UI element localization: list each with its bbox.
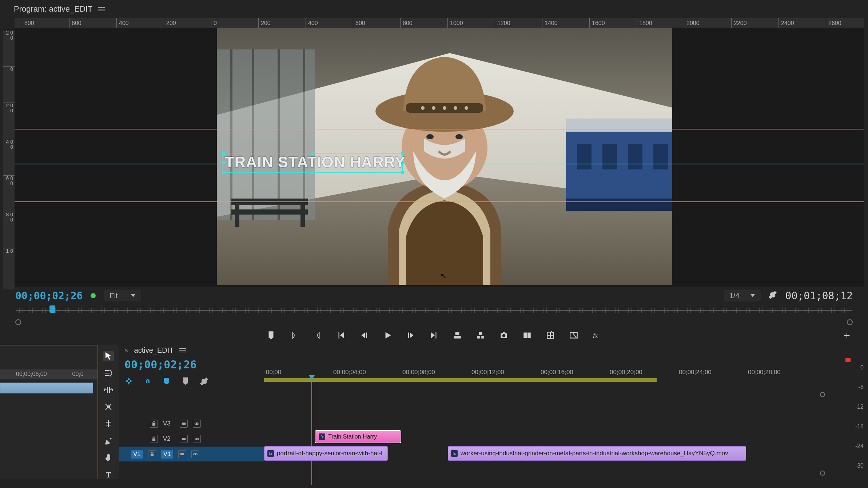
ruler-tick: 800	[400, 18, 413, 28]
rate-stretch-tool[interactable]	[103, 402, 114, 412]
program-zoom-scrollbar[interactable]	[16, 318, 852, 324]
track-label[interactable]: V1	[161, 450, 173, 459]
ruler-tick: 800	[22, 18, 34, 28]
overlay-title-text[interactable]: TRAIN STATION HARRY	[225, 153, 406, 171]
export-frame-button[interactable]	[498, 330, 509, 341]
ruler-tick: 2600	[826, 18, 841, 28]
extract-button[interactable]	[475, 330, 486, 341]
track-lock-toggle[interactable]	[150, 420, 158, 428]
track-header[interactable]: V3	[119, 416, 264, 431]
insert-button[interactable]	[522, 330, 533, 341]
step-forward-button[interactable]	[405, 330, 416, 341]
timeline-timecode[interactable]: 00;00;02;26	[124, 358, 197, 371]
sync-lock-toggle[interactable]	[180, 420, 188, 428]
svg-rect-32	[107, 405, 110, 408]
comparison-view-button[interactable]	[568, 330, 579, 341]
panel-menu-icon[interactable]	[98, 7, 105, 11]
source-patch[interactable]: V1	[131, 450, 143, 459]
source-ruler[interactable]: 00;00;06;00 00;0	[0, 369, 97, 379]
track-lock-toggle[interactable]	[150, 435, 158, 443]
button-editor-add-icon[interactable]: ＋	[842, 328, 852, 342]
snap-toggle[interactable]	[124, 377, 134, 386]
scrub-playhead[interactable]	[49, 305, 55, 313]
panel-menu-icon[interactable]	[179, 348, 186, 352]
ruler-tick: 1000	[447, 18, 463, 28]
lift-button[interactable]	[452, 330, 463, 341]
guide-line[interactable]	[15, 129, 864, 129]
timeline-settings-icon[interactable]	[200, 377, 210, 386]
timeline-marker-icon[interactable]	[181, 377, 191, 386]
svg-rect-17	[231, 209, 308, 215]
v-scroll-handle[interactable]	[820, 471, 825, 476]
timeline-playhead[interactable]	[311, 376, 312, 485]
title-clip[interactable]: fxTrain Station Harry	[315, 431, 401, 443]
vertical-ruler[interactable]: 2 0 002 0 04 0 06 0 08 0 01 0	[3, 30, 15, 289]
horizontal-ruler[interactable]: 8006004002000200400600800100012001400160…	[15, 18, 864, 28]
mark-out-button[interactable]	[312, 330, 323, 341]
settings-wrench-icon[interactable]	[769, 290, 777, 301]
close-icon[interactable]: ×	[124, 347, 128, 354]
fx-button[interactable]: fx	[592, 330, 602, 341]
ruler-tick: 2000	[684, 18, 700, 28]
ruler-tick: 2 0 0	[3, 103, 15, 113]
fx-badge-icon: fx	[267, 450, 274, 457]
track-lock-toggle[interactable]	[148, 450, 156, 458]
svg-point-36	[196, 438, 198, 440]
zoom-fit-select[interactable]: Fit	[104, 290, 141, 301]
timeline-ruler[interactable]: ;00;0000;00;04;0000;00;08;0000;00;12;000…	[264, 369, 817, 391]
playback-resolution-select[interactable]: 1/4	[724, 290, 761, 301]
video-clip[interactable]: fxportrait-of-happy-senior-man-with-hat-…	[264, 446, 388, 461]
track-header[interactable]: V2	[119, 431, 264, 446]
program-status-bar: 00;00;02;26 Fit 1/4 00;01;08;12	[0, 287, 868, 305]
sync-lock-toggle[interactable]	[178, 450, 186, 458]
svg-rect-37	[180, 453, 184, 455]
sync-lock-toggle[interactable]	[180, 435, 188, 443]
play-button[interactable]	[382, 330, 393, 341]
ruler-tick: 1 0	[3, 248, 15, 253]
goto-out-button[interactable]	[429, 330, 439, 341]
add-marker-toggle[interactable]	[162, 377, 172, 386]
clip-name: portrait-of-happy-senior-man-with-hat-l	[277, 450, 382, 457]
hand-tool[interactable]	[103, 453, 114, 463]
mark-in-button[interactable]	[289, 330, 300, 341]
ruler-tick: 1800	[637, 18, 652, 28]
guide-line[interactable]	[15, 201, 864, 202]
video-clip[interactable]: fxworker-using-industrial-grinder-on-met…	[448, 446, 746, 461]
track-header[interactable]: V1V1	[119, 446, 264, 461]
program-panel-header: Program: active_EDIT	[0, 0, 868, 18]
ruler-tick: 200	[164, 18, 176, 28]
step-back-button[interactable]	[359, 330, 370, 341]
current-timecode[interactable]: 00;00;02;26	[15, 290, 83, 302]
program-scrub-bar[interactable]	[16, 305, 852, 316]
v-scroll-handle[interactable]	[820, 392, 825, 397]
pen-tool[interactable]	[103, 436, 114, 446]
razor-tool[interactable]	[103, 419, 114, 429]
overwrite-button[interactable]	[545, 330, 556, 341]
svg-point-27	[465, 106, 468, 110]
meter-db-label: -24	[855, 443, 864, 449]
program-monitor[interactable]: TRAIN STATION HARRY ↖	[15, 28, 864, 287]
selection-tool[interactable]	[103, 351, 114, 361]
svg-point-23	[421, 106, 425, 110]
source-clip-bar[interactable]	[0, 383, 93, 393]
sequence-tab[interactable]: × active_EDIT	[119, 345, 828, 356]
add-marker-button[interactable]	[266, 330, 276, 341]
track-label[interactable]: V2	[163, 435, 175, 443]
program-title: Program: active_EDIT	[14, 4, 92, 14]
track-output-toggle[interactable]	[191, 450, 199, 458]
track-select-tool[interactable]	[103, 368, 114, 378]
clip-name: worker-using-industrial-grinder-on-metal…	[461, 450, 728, 457]
type-tool[interactable]	[103, 470, 114, 480]
ripple-edit-tool[interactable]	[103, 385, 114, 395]
track-output-toggle[interactable]	[193, 420, 201, 428]
meter-db-label: -12	[855, 404, 864, 410]
track-output-toggle[interactable]	[193, 435, 201, 443]
track-label[interactable]: V3	[163, 420, 175, 427]
guide-line[interactable]	[15, 164, 864, 164]
timeline-toolbar	[98, 345, 119, 479]
clip-indicator	[845, 358, 851, 362]
work-area-bar[interactable]	[264, 378, 657, 382]
linked-selection-toggle[interactable]	[143, 377, 153, 386]
source-tick: 00;0	[72, 371, 84, 377]
goto-in-button[interactable]	[335, 330, 346, 341]
